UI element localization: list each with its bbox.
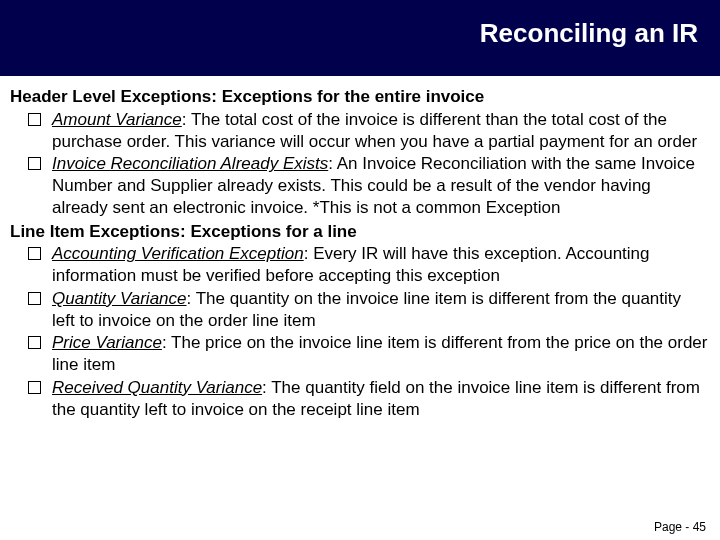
list-item: Accounting Verification Exception: Every… (32, 243, 708, 287)
term: Accounting Verification Exception (52, 244, 304, 263)
term: Amount Variance (52, 110, 182, 129)
title-banner: Reconciling an IR (0, 0, 720, 76)
list-item: Invoice Reconciliation Already Exists: A… (32, 153, 708, 218)
term: Quantity Variance (52, 289, 187, 308)
list-item: Price Variance: The price on the invoice… (32, 332, 708, 376)
term: Invoice Reconciliation Already Exists (52, 154, 328, 173)
list-item: Amount Variance: The total cost of the i… (32, 109, 708, 153)
list-item: Received Quantity Variance: The quantity… (32, 377, 708, 421)
term: Received Quantity Variance (52, 378, 262, 397)
page-number: Page - 45 (654, 520, 706, 534)
content-area: Header Level Exceptions: Exceptions for … (0, 76, 720, 420)
section2-heading: Line Item Exceptions: Exceptions for a l… (10, 221, 708, 243)
term: Price Variance (52, 333, 162, 352)
slide-title: Reconciling an IR (0, 18, 698, 49)
section2-list: Accounting Verification Exception: Every… (10, 243, 708, 420)
section1-list: Amount Variance: The total cost of the i… (10, 109, 708, 219)
list-item: Quantity Variance: The quantity on the i… (32, 288, 708, 332)
section1-heading: Header Level Exceptions: Exceptions for … (10, 86, 708, 108)
